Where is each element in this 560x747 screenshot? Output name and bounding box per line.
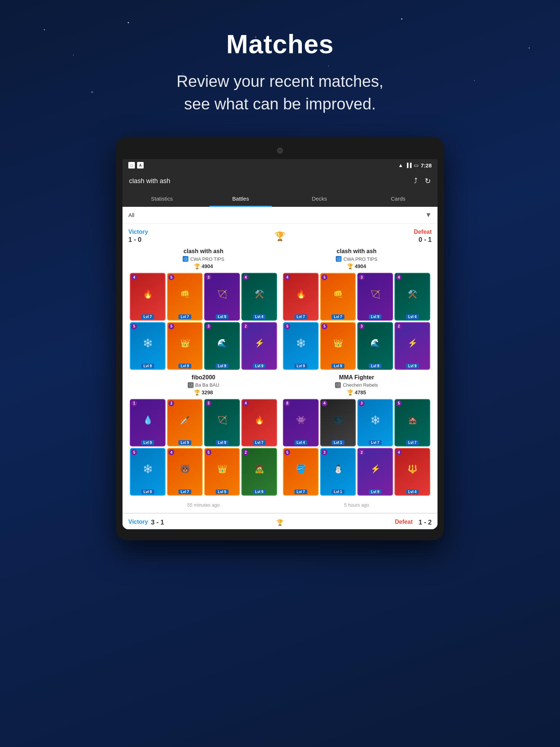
match2-defeat-label: Defeat <box>395 519 413 525</box>
card-emoji: ⛄ <box>321 449 355 495</box>
card-emoji: 🏹 <box>358 274 392 320</box>
card-level-badge: Lvl 9 <box>216 489 229 494</box>
left-opp-clan-name: Ba Ba BAU <box>195 382 219 388</box>
card-emoji: 🔱 <box>395 449 429 495</box>
match-body-1: clash with ash 🛡 CWA PRO TIPS 🏆 4904 4🔥L… <box>128 248 432 369</box>
card-emoji: 🔥 <box>131 274 165 320</box>
tab-decks[interactable]: Decks <box>280 190 359 207</box>
card-level-badge: Lvl 4 <box>406 489 419 494</box>
game-card: 5👊Lvl 7 <box>320 273 356 321</box>
card-level-badge: Lvl 9 <box>253 364 266 368</box>
match2-left-result: Victory 3 - 1 <box>128 519 271 526</box>
right-cards-row1: 4🔥Lvl 75👊Lvl 73🏹Lvl 94⚒️Lvl 4 <box>281 273 432 321</box>
right-score: 0 - 1 <box>289 236 432 244</box>
card-emoji: ❄️ <box>284 323 318 369</box>
card-elixir-badge: 5 <box>131 324 137 329</box>
card-level-badge: Lvl 7 <box>295 314 307 319</box>
game-card: 2🗡️Lvl 9 <box>167 399 203 447</box>
left-opp-clan-badge: 🛡 <box>188 382 194 388</box>
game-card: 4🔥Lvl 7 <box>130 273 166 321</box>
card-emoji: ⚡ <box>242 323 276 369</box>
game-card: 5❄️Lvl 9 <box>130 322 166 370</box>
share-icon[interactable]: ⤴ <box>414 177 417 185</box>
refresh-icon[interactable]: ↻ <box>425 177 431 185</box>
status-time: 7:28 <box>421 162 432 169</box>
game-card: 2🧟Lvl 9 <box>241 448 277 496</box>
card-elixir-badge: 2 <box>396 324 402 329</box>
app-title: clash with ash <box>129 177 170 185</box>
card-emoji: 👾 <box>284 400 318 446</box>
game-card: 3❄️Lvl 7 <box>357 399 393 447</box>
game-card: 4🐻Lvl 7 <box>167 448 203 496</box>
filter-select[interactable]: All <box>128 212 135 218</box>
card-level-badge: Lvl 9 <box>216 440 229 445</box>
card-level-badge: Lvl 9 <box>369 314 382 319</box>
app-header: clash with ash ⤴ ↻ <box>122 171 438 190</box>
game-card: 4🌑Lvl 1 <box>320 399 356 447</box>
card-elixir-badge: 4 <box>322 400 327 406</box>
right-opp-cards-row1: 8👾Lvl 44🌑Lvl 13❄️Lvl 75🏚️Lvl 7 <box>281 399 432 447</box>
game-card: 5❄️Lvl 9 <box>130 448 166 496</box>
right-cards-row2: 5❄️Lvl 95👑Lvl 93🌊Lvl 92⚡Lvl 9 <box>281 322 432 370</box>
right-player-name: clash with ash <box>337 248 376 255</box>
card-level-badge: Lvl 7 <box>406 440 419 445</box>
card-level-badge: Lvl 4 <box>253 314 266 319</box>
card-level-badge: Lvl 9 <box>216 364 229 368</box>
right-opp-player-info: MMA Fighter 🛡 Chechen Rebels 🏆 4785 <box>335 374 378 395</box>
card-emoji: 👑 <box>168 323 202 369</box>
opponent-info-row: fibo2000 🛡 Ba Ba BAU 🏆 3298 1💧Lvl 92🗡️Lv… <box>128 374 432 496</box>
card-emoji: ⚡ <box>358 449 392 495</box>
match-header-row-1: Victory 1 - 0 🏆 Defeat 0 - 1 <box>128 229 432 244</box>
game-card: 5👊Lvl 7 <box>167 273 203 321</box>
card-level-badge: Lvl 7 <box>253 440 266 445</box>
game-card: 5❄️Lvl 9 <box>283 322 319 370</box>
card-elixir-badge: 3 <box>359 324 365 329</box>
left-opp-trophy-icon: 🏆 <box>194 390 200 395</box>
card-emoji: 🌑 <box>321 400 355 446</box>
game-card: 5🏚️Lvl 7 <box>394 399 430 447</box>
card-level-badge: Lvl 7 <box>141 314 154 319</box>
card-level-badge: Lvl 9 <box>216 314 229 319</box>
card-level-badge: Lvl 9 <box>141 489 154 494</box>
page-title: Matches <box>36 29 524 59</box>
left-opp-cards-row1: 1💧Lvl 92🗡️Lvl 93🏹Lvl 94🔥Lvl 7 <box>128 399 279 447</box>
card-emoji: 💧 <box>131 400 165 446</box>
left-player-info: clash with ash 🛡 CWA PRO TIPS 🏆 4904 <box>183 248 224 269</box>
card-level-badge: Lvl 9 <box>179 364 191 368</box>
game-card: 4⚒️Lvl 4 <box>241 273 277 321</box>
card-level-badge: Lvl 4 <box>406 314 419 319</box>
game-card: 3🌊Lvl 9 <box>204 322 240 370</box>
filter-arrow-icon: ▼ <box>425 211 432 219</box>
card-emoji: 👊 <box>321 274 355 320</box>
tab-statistics[interactable]: Statistics <box>122 190 201 207</box>
card-level-badge: Lvl 1 <box>332 489 345 494</box>
card-elixir-badge: 4 <box>243 400 249 406</box>
card-elixir-badge: 3 <box>206 324 211 329</box>
tab-battles[interactable]: Battles <box>201 190 280 207</box>
status-bar: □ A ▲ ▐▐ ▭ 7:28 <box>122 159 438 171</box>
card-level-badge: Lvl 7 <box>295 489 307 494</box>
match2-trophy-icon: 🏆 <box>276 519 284 526</box>
left-cards-row2: 5❄️Lvl 95👑Lvl 93🌊Lvl 92⚡Lvl 9 <box>128 322 279 370</box>
right-match-time: 5 hours ago <box>281 499 432 508</box>
battery-icon: ▭ <box>414 162 419 168</box>
right-opp-trophy-count: 4785 <box>355 390 366 395</box>
card-emoji: 🌊 <box>205 323 239 369</box>
right-opp-trophies-row: 🏆 4785 <box>347 390 366 395</box>
tab-cards[interactable]: Cards <box>359 190 438 207</box>
defeat-label: Defeat <box>289 229 432 235</box>
victory-label: Victory <box>128 229 271 235</box>
status-icons-right: ▲ ▐▐ ▭ 7:28 <box>398 162 432 169</box>
left-opp-trophies-row: 🏆 3298 <box>194 390 213 395</box>
card-level-badge: Lvl 9 <box>179 440 191 445</box>
card-level-badge: Lvl 9 <box>295 364 307 368</box>
right-trophy-count: 4904 <box>355 263 366 269</box>
card-elixir-badge: 3 <box>359 400 365 406</box>
right-opp-clan-name: Chechen Rebels <box>343 382 378 388</box>
left-player-name: clash with ash <box>183 248 223 255</box>
nav-tabs: Statistics Battles Decks Cards <box>122 190 438 207</box>
left-opp-clan-row: 🛡 Ba Ba BAU <box>188 382 219 388</box>
left-cards-row1: 4🔥Lvl 75👊Lvl 73🏹Lvl 94⚒️Lvl 4 <box>128 273 279 321</box>
right-clan-badge: 🛡 <box>336 256 342 262</box>
left-clan-name: CWA PRO TIPS <box>190 256 224 262</box>
